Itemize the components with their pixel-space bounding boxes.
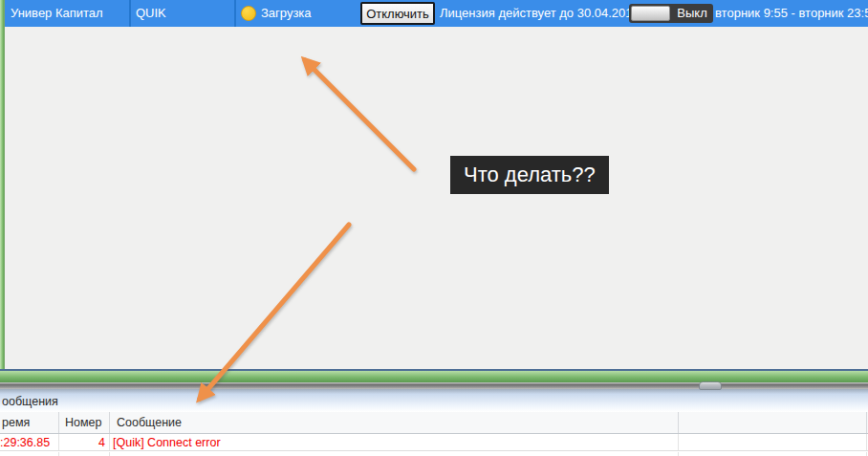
license-text: Лицензия действует до 30.04.2015: [440, 0, 640, 27]
cell-empty: [679, 434, 867, 450]
cell-time: [0, 452, 59, 456]
header-message: Сообщение: [110, 412, 679, 433]
header-empty: [679, 412, 867, 433]
app-name: QUIK: [136, 0, 166, 27]
loading-status-icon: [241, 6, 256, 21]
session-schedule: вторник 9:55 - вторник 23:55: [715, 0, 868, 27]
connection-status-bar: Универ Капитал QUIK Загрузка Отключить Л…: [5, 0, 868, 27]
annotation-callout: Что делать??: [450, 156, 609, 194]
topbar-separator: [234, 0, 236, 27]
cell-empty: [679, 452, 867, 456]
messages-panel-title: ообщения: [0, 389, 868, 412]
cell-number: [59, 452, 110, 456]
cell-number: 4: [59, 434, 110, 450]
connection-toggle[interactable]: Выкл: [629, 4, 713, 23]
messages-table-header: ремя Номер Сообщение: [0, 412, 868, 434]
broker-name: Универ Капитал: [11, 0, 103, 27]
connection-status-label: Загрузка: [261, 0, 312, 27]
messages-panel: ообщения ремя Номер Сообщение :29:36.85 …: [0, 389, 868, 456]
window-frame-bottom: [0, 369, 868, 382]
message-row-partial[interactable]: [0, 452, 868, 456]
horizontal-splitter[interactable]: [0, 382, 868, 389]
quik-terminal-screen: Универ Капитал QUIK Загрузка Отключить Л…: [0, 0, 868, 456]
disconnect-button[interactable]: Отключить: [360, 2, 435, 25]
cell-time: :29:36.85: [0, 434, 59, 450]
splitter-grip-icon[interactable]: [699, 381, 722, 390]
header-number: Номер: [59, 412, 110, 433]
topbar-separator: [129, 0, 131, 27]
workspace-area: [5, 27, 868, 369]
cell-message: [Quik] Connect error: [110, 434, 679, 450]
toggle-state-label: Выкл: [673, 4, 711, 23]
toggle-knob: [631, 6, 670, 21]
messages-table: ремя Номер Сообщение :29:36.85 4 [Quik] …: [0, 412, 868, 434]
header-time: ремя: [0, 412, 59, 433]
message-row[interactable]: :29:36.85 4 [Quik] Connect error: [0, 434, 868, 451]
cell-message: [110, 452, 679, 456]
